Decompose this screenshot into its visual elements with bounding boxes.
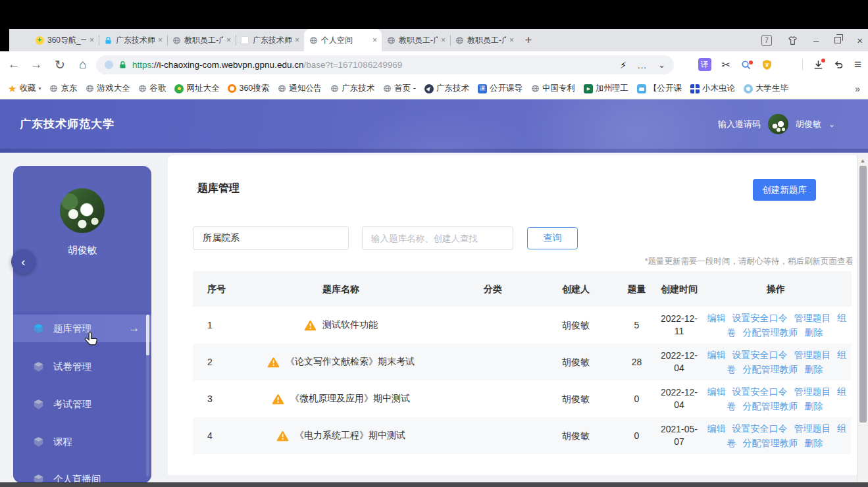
minimize-button[interactable]: – <box>813 36 819 45</box>
row-action-link[interactable]: 设置安全口令 <box>732 349 788 360</box>
bookmark-item[interactable]: 【公开课 <box>637 83 682 94</box>
page-scrollbar[interactable]: ▲ <box>857 155 868 482</box>
bookmark-item[interactable]: 小木虫论 <box>690 83 735 94</box>
tab-close-icon[interactable]: × <box>372 36 377 45</box>
bank-name-cell[interactable]: 《微机原理及应用》期中测试 <box>232 393 449 405</box>
extension-dot-icon[interactable] <box>105 61 113 69</box>
query-button[interactable]: 查询 <box>527 227 578 249</box>
bookmark-item[interactable]: 游戏大全 <box>86 83 130 94</box>
bookmark-item[interactable]: 广东技术 <box>424 83 469 94</box>
bank-name[interactable]: 《微机原理及应用》期中测试 <box>290 393 410 405</box>
row-action-link[interactable]: 管理题目 <box>794 386 830 397</box>
invite-code-link[interactable]: 输入邀请码 <box>718 118 761 130</box>
row-action-link[interactable]: 编辑 <box>707 386 726 397</box>
more-options-icon[interactable]: … <box>637 63 648 68</box>
restore-button[interactable] <box>834 37 841 43</box>
scroll-up-arrow-icon[interactable]: ▲ <box>857 157 868 164</box>
row-action-link[interactable]: 设置安全口令 <box>732 386 788 397</box>
bank-name[interactable]: 《电力系统工程》期中测试 <box>295 430 405 442</box>
new-tab-button[interactable]: + <box>519 29 538 51</box>
browser-tab[interactable]: 教职员工-广东× <box>167 29 236 51</box>
row-action-link[interactable]: 删除 <box>804 438 823 448</box>
row-action-link[interactable]: 分配管理教师 <box>743 327 798 338</box>
menu-icon[interactable]: ≡ <box>854 57 861 72</box>
sidebar-scrollbar[interactable] <box>146 315 149 476</box>
row-action-link[interactable]: 编辑 <box>707 423 726 434</box>
address-bar[interactable]: https://i-chaoxing-com.webvpn.gpnu.edu.c… <box>96 55 674 74</box>
row-action-link[interactable]: 分配管理教师 <box>743 364 798 374</box>
scrollbar-thumb[interactable] <box>859 166 867 423</box>
bookmark-item[interactable]: 网址大全 <box>174 83 219 94</box>
sidebar-avatar[interactable] <box>60 188 105 233</box>
bookmark-item[interactable]: 课公开课导 <box>478 83 523 94</box>
bookmark-item[interactable]: 大学生毕 <box>744 83 788 94</box>
url-text[interactable]: https://i-chaoxing-com.webvpn.gpnu.edu.c… <box>132 60 615 70</box>
forward-button[interactable]: → <box>26 51 46 78</box>
browser-tab[interactable]: 360导航_一个× <box>30 29 99 51</box>
row-action-link[interactable]: 管理题目 <box>794 423 830 434</box>
bookmark-item[interactable]: 中国专利 <box>531 83 575 94</box>
screenshot-scissors-icon[interactable]: ✂ <box>722 59 730 71</box>
favorites-button[interactable]: ★ 收藏 ▾ <box>8 83 41 95</box>
browser-skin-icon[interactable] <box>788 36 798 45</box>
bookmark-item[interactable]: 360搜索 <box>228 83 269 94</box>
bookmark-item[interactable]: 通知公告 <box>278 83 322 94</box>
tab-close-icon[interactable]: × <box>509 36 514 45</box>
sidebar-item-4[interactable]: 课程 <box>13 428 151 455</box>
sidebar-item-2[interactable]: 试卷管理 <box>13 353 151 380</box>
row-action-link[interactable]: 删除 <box>804 327 823 338</box>
tab-close-icon[interactable]: × <box>295 36 299 45</box>
create-bank-button[interactable]: 创建新题库 <box>753 179 816 201</box>
row-action-link[interactable]: 管理题目 <box>794 349 830 360</box>
download-icon[interactable] <box>813 60 823 70</box>
quick-access-lightning-icon[interactable]: ⚡ <box>620 60 626 70</box>
back-button[interactable]: ← <box>4 51 24 78</box>
bank-name[interactable]: 测试软件功能 <box>322 319 378 331</box>
sidebar-item-5[interactable]: 个人直播间 <box>13 466 151 482</box>
bookmark-item[interactable]: 谷歌 <box>138 83 166 94</box>
department-select[interactable]: 所属院系 <box>193 226 349 250</box>
dropdown-caret-icon[interactable]: ⌄ <box>658 60 665 70</box>
row-action-link[interactable]: 管理题目 <box>794 313 830 323</box>
bank-name-cell[interactable]: 《电力系统工程》期中测试 <box>232 430 449 442</box>
home-button[interactable]: ⌂ <box>73 51 93 78</box>
row-action-link[interactable]: 编辑 <box>707 349 726 360</box>
user-menu-caret-icon[interactable]: ⌄ <box>829 120 835 129</box>
row-action-link[interactable]: 分配管理教师 <box>743 438 798 448</box>
row-action-link[interactable]: 设置安全口令 <box>732 423 788 434</box>
sidebar-item-3[interactable]: 考试管理 <box>13 391 151 417</box>
reload-button[interactable]: ↻ <box>50 51 70 78</box>
bookmark-item[interactable]: 首页 - <box>383 83 416 94</box>
tab-close-icon[interactable]: × <box>158 36 163 45</box>
wallet-shield-icon[interactable] <box>761 59 773 70</box>
secure-lock-icon[interactable] <box>118 61 127 69</box>
tab-close-icon[interactable]: × <box>441 36 446 45</box>
close-window-button[interactable]: × <box>857 36 863 45</box>
browser-tab[interactable]: 广东技术师范× <box>99 29 167 51</box>
browser-tab[interactable]: 个人空间× <box>304 29 382 51</box>
row-action-link[interactable]: 删除 <box>804 401 823 411</box>
bookmark-item[interactable]: ▶加州理工 <box>584 83 628 94</box>
bank-name[interactable]: 《论文写作文献检索》期末考试 <box>286 356 415 368</box>
row-action-link[interactable]: 删除 <box>804 364 823 374</box>
sidebar-collapse-button[interactable]: ‹ <box>11 249 36 274</box>
row-action-link[interactable]: 编辑 <box>707 313 726 323</box>
row-action-link[interactable]: 分配管理教师 <box>743 401 798 411</box>
bank-name-cell[interactable]: 《论文写作文献检索》期末考试 <box>232 356 449 368</box>
tab-count-badge[interactable]: 7 <box>761 35 772 46</box>
bookmarks-overflow-icon[interactable]: » <box>855 84 860 94</box>
header-user-name[interactable]: 胡俊敏 <box>796 118 821 130</box>
translate-icon[interactable]: 译 <box>698 58 711 71</box>
user-avatar[interactable] <box>768 114 788 134</box>
browser-tab[interactable]: 教职员工-广东× <box>382 29 450 51</box>
apps-grid-icon[interactable] <box>783 61 792 69</box>
tab-close-icon[interactable]: × <box>226 36 231 45</box>
tab-close-icon[interactable]: × <box>89 36 94 45</box>
search-input[interactable] <box>362 226 513 250</box>
row-action-link[interactable]: 设置安全口令 <box>732 313 788 323</box>
sidebar-item-1[interactable]: 题库管理→ <box>13 315 151 342</box>
bank-name-cell[interactable]: 测试软件功能 <box>232 319 449 331</box>
browser-tab[interactable]: 教职员工-广东× <box>450 29 519 51</box>
bookmark-item[interactable]: 广东技术 <box>330 83 374 94</box>
browser-tab[interactable]: 广东技术师范× <box>236 29 304 51</box>
